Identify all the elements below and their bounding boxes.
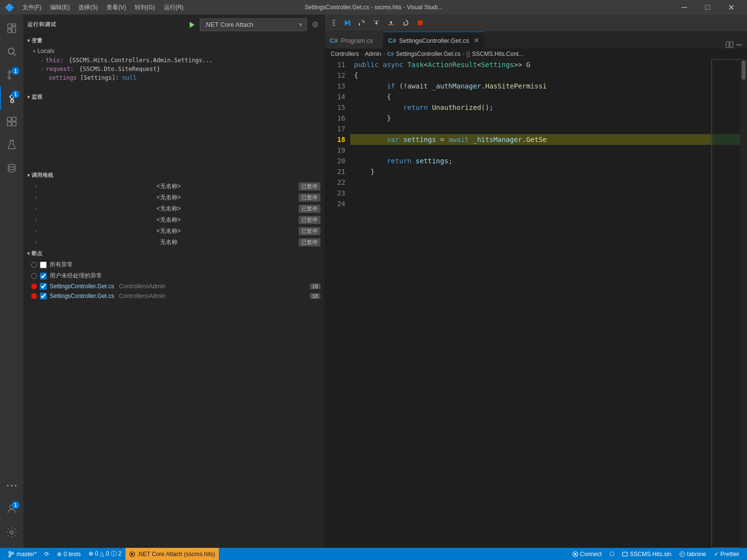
debug-gear-button[interactable]: ⚙ (310, 19, 320, 30)
cs1-name: <无名称> (157, 193, 181, 202)
variables-chevron-icon: ▾ (27, 38, 30, 43)
errors-item[interactable]: ⊗ 0 △ 0 ⓘ 2 (85, 548, 125, 560)
dropdown-chevron-icon: ▾ (299, 21, 302, 28)
menu-view[interactable]: 查看(V) (103, 2, 130, 13)
variables-section-header[interactable]: ▾ 变量 (23, 35, 324, 46)
bc-sep-1: › (361, 51, 363, 57)
bp-user-label: 用户未经处理的异常 (50, 272, 102, 280)
scrollbar-thumb[interactable] (742, 60, 746, 80)
activity-database[interactable] (0, 157, 23, 180)
vertical-scrollbar[interactable] (740, 59, 747, 548)
menu-goto[interactable]: 转到(G) (131, 2, 159, 13)
code-line-14: { (350, 91, 711, 102)
callstack-item-2[interactable]: › <无名称> 已暂停 (23, 203, 324, 214)
tests-item[interactable]: ⊗ 0 tests (53, 548, 85, 560)
activity-debug[interactable]: 1 (0, 87, 23, 110)
close-button[interactable]: ✕ (720, 0, 742, 15)
cs0-expand-icon: › (35, 184, 36, 189)
svg-text:T: T (681, 553, 683, 556)
callstack-item-5[interactable]: › 无名称 已暂停 (23, 237, 324, 248)
titlebar-left: 🔷 文件(F) 编辑(E) 选择(S) 查看(V) 转到(G) 运行(R) (5, 2, 187, 13)
bc-filename[interactable]: SettingsController.Get.cs (396, 51, 461, 57)
activity-explorer[interactable] (0, 17, 23, 40)
debug-status-label: .NET Core Attach (sscms.hits) (137, 551, 215, 558)
watch-section-header[interactable]: ▾ 监视 (23, 82, 324, 111)
bp-checkbox-0[interactable] (40, 283, 47, 290)
debug-config-dropdown[interactable]: .NET Core Attach ▾ (200, 18, 307, 31)
callstack-item-1[interactable]: › <无名称> 已暂停 (23, 192, 324, 203)
prettier-item[interactable]: ✓ Prettier (710, 548, 743, 560)
port-icon: ⎔ (609, 551, 614, 558)
tab-program-cs[interactable]: C# Program.cs (325, 32, 383, 49)
callstack-item-4[interactable]: › <无名称> 已暂停 (23, 226, 324, 237)
debug-sidebar: 运行和调试 .NET Core Attach ▾ ⚙ ▾ 变量 ▾ Locals (23, 15, 325, 548)
ln-19: 19 (325, 145, 345, 156)
activity-search[interactable] (0, 40, 23, 63)
bc-controllers[interactable]: Controllers (331, 51, 359, 57)
ln-13: 13 (325, 81, 345, 91)
breakpoints-section-header[interactable]: ▾ 断点 (23, 248, 324, 259)
ln-14: 14 (325, 91, 345, 102)
tab-more-icon[interactable] (735, 41, 743, 49)
ln-16: 16 (325, 113, 345, 123)
debug-play-button[interactable] (186, 19, 197, 30)
menu-select[interactable]: 选择(S) (74, 2, 102, 13)
svg-point-43 (9, 555, 11, 557)
activity-flask[interactable] (0, 133, 23, 157)
tab-settings-controller[interactable]: C# SettingsController.Get.cs ✕ (383, 32, 484, 49)
locals-settings-item[interactable]: settings [Settings]: null (23, 73, 324, 82)
locals-header[interactable]: ▾ Locals (23, 46, 324, 56)
bp-user-checkbox[interactable] (40, 273, 47, 280)
debug-step-over-button[interactable] (356, 17, 368, 29)
bp-checkbox-1[interactable] (40, 293, 47, 299)
debug-continue-button[interactable] (341, 17, 353, 29)
debug-restart-button[interactable] (400, 17, 411, 29)
menu-edit[interactable]: 编辑(E) (46, 2, 73, 13)
menu-file[interactable]: 文件(F) (18, 2, 45, 13)
svg-rect-37 (726, 42, 729, 48)
debug-stop-button[interactable] (414, 17, 426, 29)
svg-point-23 (333, 20, 334, 21)
code-content[interactable]: public async Task<ActionResult<Settings>… (350, 59, 711, 548)
cs3-badge: 已暂停 (299, 216, 320, 224)
port-item[interactable]: ⎔ (605, 548, 618, 560)
bc-braces: {} (466, 51, 470, 57)
locals-this-item[interactable]: › this: {SSCMS.Hits.Controllers.Admin.Se… (23, 56, 324, 65)
code-line-21: } (350, 166, 711, 177)
debug-step-into-button[interactable] (371, 17, 382, 29)
callstack-item-0[interactable]: › <无名称> 已暂停 (23, 181, 324, 192)
svg-marker-46 (131, 553, 134, 556)
callstack-item-3[interactable]: › <无名称> 已暂停 (23, 214, 324, 226)
settings-name: settings (49, 74, 77, 81)
connect-item[interactable]: Connect (569, 548, 606, 560)
activity-git[interactable]: 1 (0, 63, 23, 87)
activity-settings[interactable] (0, 521, 23, 544)
callstack-section-header[interactable]: ▾ 调用堆栈 (23, 170, 324, 181)
code-line-19 (350, 145, 711, 156)
activity-ellipsis[interactable] (0, 474, 23, 497)
activity-account[interactable]: 1 (0, 497, 23, 521)
git-branch-item[interactable]: master* (4, 548, 40, 560)
tab-close-icon[interactable]: ✕ (474, 36, 480, 44)
minimize-button[interactable]: ─ (673, 0, 695, 15)
cs5-badge: 已暂停 (299, 238, 320, 246)
bc-class[interactable]: SSCMS.Hits.Cont... (472, 51, 523, 57)
bp-item-1[interactable]: SettingsController.Get.cs Controllers\Ad… (23, 291, 324, 301)
drag-handle-icon[interactable] (329, 18, 338, 28)
locals-request-item[interactable]: › request: {SSCMS.Dto.SiteRequest} (23, 65, 324, 73)
debug-status-item[interactable]: .NET Core Attach (sscms.hits) (125, 548, 219, 560)
status-bar: master* ⟳ ⊗ 0 tests ⊗ 0 △ 0 ⓘ 2 .NET Cor… (0, 548, 747, 560)
menu-run[interactable]: 运行(R) (160, 2, 188, 13)
bc-admin[interactable]: Admin (365, 51, 381, 57)
maximize-button[interactable]: □ (696, 0, 719, 15)
debug-step-out-button[interactable] (385, 17, 397, 29)
bp-item-0[interactable]: SettingsController.Get.cs Controllers\Ad… (23, 281, 324, 291)
sync-button[interactable]: ⟳ (40, 548, 53, 560)
line-numbers: 11 12 13 14 15 16 17 18 19 20 21 22 23 2… (325, 59, 350, 548)
solution-item[interactable]: SSCMS.Hits.sln (618, 548, 675, 560)
bp-all-checkbox[interactable] (40, 262, 47, 268)
svg-point-42 (9, 551, 11, 553)
tabnine-item[interactable]: T tabnine (676, 548, 710, 560)
activity-extensions[interactable] (0, 110, 23, 133)
request-value: {SSCMS.Dto.SiteRequest} (76, 66, 160, 72)
